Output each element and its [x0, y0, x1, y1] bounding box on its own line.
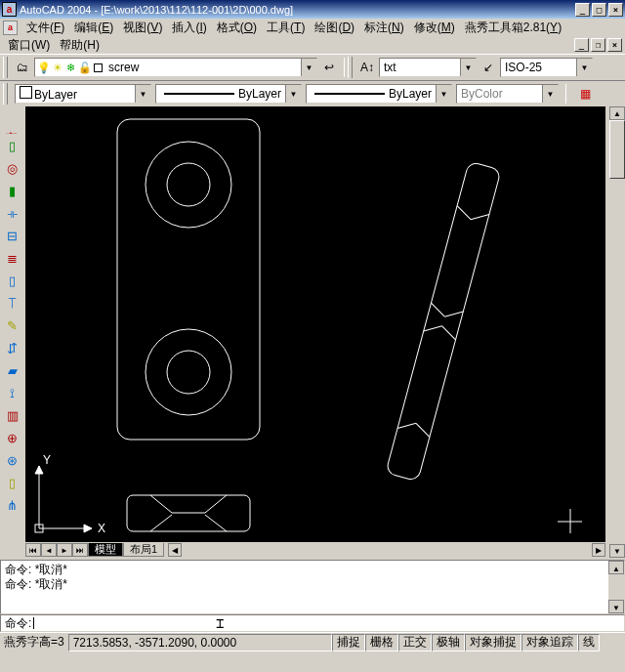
lock-icon: 🔓 — [78, 62, 91, 74]
tool-icon[interactable]: ▯ — [2, 473, 22, 493]
ucs-x-label: X — [98, 522, 105, 535]
svg-line-8 — [455, 206, 474, 220]
menu-help[interactable]: 帮助(H) — [55, 36, 104, 55]
scroll-up-button[interactable]: ▲ — [609, 106, 625, 120]
chevron-down-icon[interactable]: ▼ — [436, 85, 451, 103]
linetype-combo[interactable]: ByLayer ▼ — [155, 84, 302, 104]
chevron-down-icon[interactable]: ▼ — [460, 59, 476, 76]
mdi-minimize-button[interactable]: _ — [574, 38, 589, 52]
layer-combo[interactable]: 💡 ☀ ❄ 🔓 screw ▼ — [34, 58, 317, 77]
color-combo[interactable]: ByLayer ▼ — [15, 84, 151, 104]
tool-icon[interactable]: ▥ — [2, 405, 22, 426]
textstyle-combo[interactable]: txt ▼ — [379, 58, 477, 77]
doc-icon[interactable]: a — [3, 21, 18, 35]
status-otrack[interactable]: 对象追踪 — [521, 634, 578, 651]
menu-format[interactable]: 格式(O) — [212, 19, 262, 37]
toolbar-handle[interactable] — [348, 57, 353, 78]
status-left: 燕秀字高=3 — [0, 634, 68, 651]
dimstyle-combo[interactable]: ISO-25 ▼ — [500, 58, 593, 77]
toolbar-handle[interactable] — [3, 57, 8, 78]
hscrollbar[interactable]: ◀ ▶ — [168, 543, 605, 557]
chevron-down-icon: ▼ — [542, 85, 558, 103]
tool-icon[interactable]: ✎ — [2, 315, 22, 336]
tool-icon[interactable]: ▯ — [2, 136, 22, 156]
tool-icon[interactable]: ◎ — [2, 158, 22, 179]
scroll-down-button[interactable]: ▼ — [608, 600, 624, 613]
status-osnap[interactable]: 对象捕捉 — [465, 634, 521, 651]
tool-icon[interactable]: ⟛ — [2, 203, 22, 224]
sun-icon: ☀ — [51, 62, 63, 74]
tab-layout1[interactable]: 布局1 — [123, 543, 164, 557]
menu-yanxiu[interactable]: 燕秀工具箱2.81(Y) — [460, 19, 566, 37]
mdi-restore-button[interactable]: ❐ — [591, 38, 605, 52]
scroll-thumb[interactable] — [609, 120, 625, 179]
status-polar[interactable]: 极轴 — [432, 634, 465, 651]
layer-manager-icon[interactable]: 🗂 — [12, 57, 33, 78]
menu-modify[interactable]: 修改(M) — [409, 19, 460, 37]
status-snap[interactable]: 捕捉 — [332, 634, 365, 651]
close-button[interactable]: × — [608, 3, 623, 17]
menu-edit[interactable]: 编辑(E) — [69, 19, 118, 37]
chevron-down-icon[interactable]: ▼ — [576, 59, 592, 76]
chevron-down-icon[interactable]: ▼ — [135, 85, 150, 103]
tool-icon[interactable]: ⊟ — [2, 226, 22, 246]
menu-dimension[interactable]: 标注(N) — [359, 19, 409, 37]
vscrollbar[interactable]: ▲ ▼ — [609, 106, 625, 558]
chevron-down-icon[interactable]: ▼ — [285, 85, 301, 103]
ucs-y-label: Y — [43, 453, 51, 467]
status-ortho[interactable]: 正交 — [398, 634, 432, 651]
status-lwt[interactable]: 线 — [578, 634, 600, 651]
cmd-vscroll[interactable]: ▲ ▼ — [608, 561, 624, 613]
menu-tools[interactable]: 工具(T) — [262, 19, 310, 37]
dim-style-icon[interactable]: A↕ — [356, 57, 378, 78]
tool-icon[interactable]: ⟟ — [2, 383, 22, 403]
scroll-down-button[interactable]: ▼ — [609, 544, 625, 558]
layer-previous-icon[interactable]: ↩ — [318, 57, 340, 78]
tab-prev-button[interactable]: ◀ — [41, 543, 57, 557]
svg-line-12 — [429, 303, 447, 316]
tool-icon[interactable]: ≣ — [2, 248, 22, 269]
lineweight-combo[interactable]: ByLayer ▼ — [306, 84, 452, 104]
tab-first-button[interactable]: ⏮ — [25, 543, 41, 557]
tab-model[interactable]: 模型 — [88, 543, 123, 557]
minimize-button[interactable]: _ — [575, 3, 590, 17]
tool-icon[interactable]: ▮ — [2, 181, 22, 201]
tab-next-button[interactable]: ▶ — [57, 543, 72, 557]
tool-icon[interactable]: ⊛ — [2, 450, 22, 471]
chevron-down-icon[interactable]: ▼ — [301, 59, 316, 76]
svg-marker-18 — [35, 466, 43, 474]
svg-line-13 — [444, 308, 463, 321]
scroll-right-button[interactable]: ▶ — [592, 543, 605, 557]
library-panel-tab[interactable]: 库 — [0, 106, 20, 134]
mouse-cursor-icon: ⌶ — [216, 615, 224, 631]
menu-view[interactable]: 视图(V) — [118, 19, 167, 37]
tab-last-button[interactable]: ⏭ — [72, 543, 88, 557]
drawing-canvas[interactable]: X Y — [25, 106, 605, 542]
color-swatch-icon — [92, 62, 104, 74]
status-grid[interactable]: 栅格 — [365, 634, 398, 651]
command-input[interactable]: 命令: ⌶ — [0, 614, 625, 632]
menu-file[interactable]: 文件(F) — [21, 19, 69, 37]
bulb-icon: 💡 — [37, 62, 50, 74]
maximize-button[interactable]: □ — [592, 3, 606, 17]
scroll-up-button[interactable]: ▲ — [608, 561, 624, 574]
tool-icon[interactable]: ⋔ — [2, 495, 22, 516]
svg-point-4 — [167, 351, 210, 394]
mdi-close-button[interactable]: × — [607, 38, 622, 52]
menu-window[interactable]: 窗口(W) — [3, 36, 55, 55]
svg-point-1 — [146, 142, 231, 228]
textstyle-value: txt — [380, 61, 460, 74]
svg-rect-0 — [117, 119, 260, 440]
tool-icon[interactable]: ⟙ — [2, 293, 22, 314]
tool-icon[interactable]: ▰ — [2, 360, 22, 381]
tool-icon[interactable]: ▯ — [2, 271, 22, 291]
menu-insert[interactable]: 插入(I) — [167, 19, 211, 37]
toolbar-handle[interactable] — [3, 83, 8, 105]
tool-icon[interactable]: ⊕ — [2, 428, 22, 448]
menu-draw[interactable]: 绘图(D) — [310, 19, 359, 37]
app-icon: a — [2, 2, 17, 17]
dim-icon[interactable]: ↙ — [478, 57, 499, 78]
tool-icon[interactable]: ⇵ — [2, 338, 22, 358]
scroll-left-button[interactable]: ◀ — [168, 543, 182, 557]
table-icon[interactable]: ▦ — [574, 83, 596, 105]
